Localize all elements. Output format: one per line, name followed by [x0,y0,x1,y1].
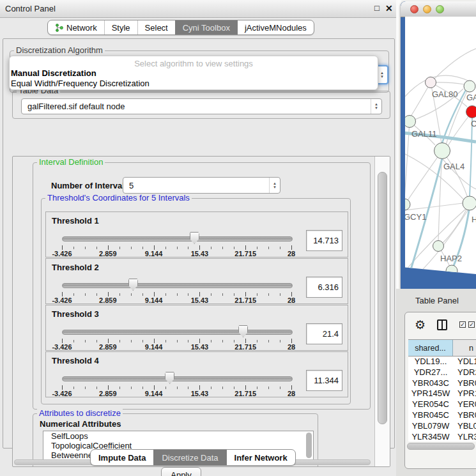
algorithm-option-manual-discretization[interactable]: Manual Discretization [11,68,96,78]
column-header-shared-name[interactable]: shared... [408,340,453,356]
slider-track[interactable] [62,330,293,335]
network-node-ga[interactable] [464,81,475,92]
slider-thumb[interactable] [190,232,199,244]
cell-shared-name[interactable]: YBL079W [408,421,453,432]
threshold-value-field[interactable]: 14.713 [306,230,342,251]
network-node-hap2[interactable] [433,241,444,252]
network-node-gal11[interactable] [405,116,416,128]
tick-mark [177,247,178,249]
mac-close-button[interactable] [410,5,418,13]
slider-track[interactable] [62,376,293,381]
combo-arrows-icon: ▲▼ [269,178,280,193]
cell-shared-name[interactable]: YDR27... [408,367,453,378]
table-row[interactable]: YDL19...YDL1 [408,357,476,367]
cell-shared-name[interactable]: YPR145W [408,388,453,399]
slider-thumb[interactable] [128,279,138,291]
mac-minimize-button[interactable] [423,5,431,13]
table-data-combobox[interactable]: galFiltered.sif default node ▲▼ [21,98,382,114]
threshold-slider[interactable]: -3.4262.8599.14415.4321.71528 [62,232,291,256]
settings-scroll-panel: Interval Definition Number of Intervals … [12,156,390,467]
cell-name[interactable]: YLR3 [453,432,476,441]
table-horizontal-scrollbar[interactable] [407,443,475,450]
slider-track[interactable] [62,283,293,288]
cell-name[interactable]: YDL1 [453,357,476,367]
table-row[interactable]: YBR043CYBR0 [408,378,476,389]
tab-infer-network[interactable]: Infer Network [226,450,295,465]
tab-style[interactable]: Style [104,20,137,35]
cell-shared-name[interactable]: YBR043C [408,378,453,389]
cell-shared-name[interactable]: YLR345W [408,432,453,441]
tick-mark [96,247,97,249]
attribute-item-selfloops[interactable]: SelfLoops [43,431,313,441]
tick-mark [177,340,178,342]
cell-name[interactable]: YDR2 [453,367,476,378]
tick-mark [199,245,200,250]
gear-icon[interactable]: ⚙ [415,318,426,332]
tick-mark [62,339,63,343]
slider-thumb[interactable] [165,372,174,384]
tab-label: Select [145,23,168,33]
tick-label: -3.426 [52,250,72,257]
cell-name[interactable]: YBR0 [453,410,476,421]
threshold-label: Threshold 4 [52,356,99,365]
tick-mark [222,293,223,296]
list-scrollbar[interactable] [306,433,312,458]
slider-ticks [62,245,291,250]
network-edge-highlighted [470,118,472,196]
table-row[interactable]: YER054CYER0 [408,399,476,410]
tab-jactivemnodules[interactable]: jActiveMNodules [237,20,314,35]
tab-impute-data[interactable]: Impute Data [91,450,153,465]
checkbox-icon[interactable]: ✓ [459,321,466,328]
network-node[interactable] [446,265,457,274]
network-node-gcy1[interactable] [405,199,410,210]
column-header-name[interactable]: n [453,340,476,356]
mac-zoom-button[interactable] [436,5,444,13]
tick-mark [245,339,246,343]
table-row[interactable]: YBR045CYBR0 [408,410,476,421]
slider-track[interactable] [62,236,293,242]
table-row[interactable]: YDR27...YDR2 [408,367,476,378]
cell-name[interactable]: YBR0 [453,378,476,389]
tab-select[interactable]: Select [137,20,175,35]
split-columns-icon[interactable] [437,319,447,330]
tick-mark [165,387,166,389]
tick-mark [234,340,234,342]
network-node-gal80[interactable] [426,77,436,88]
threshold-slider[interactable]: -3.4262.8599.14415.4321.71528 [62,372,291,396]
cell-shared-name[interactable]: YBR045C [408,410,453,421]
threshold-value-field[interactable]: 6.316 [306,277,342,298]
cell-shared-name[interactable]: YER054C [408,399,453,410]
tick-mark [96,387,97,389]
threshold-slider[interactable]: -3.4262.8599.14415.4321.71528 [62,279,291,303]
tab-network[interactable]: Network [48,20,104,35]
apply-button[interactable]: Apply [161,467,201,476]
number-of-intervals-combobox[interactable]: 5 ▲▼ [123,177,280,194]
checkbox-icon[interactable]: ✓ [468,321,475,328]
network-node-gal4[interactable] [434,143,450,159]
network-canvas[interactable]: GAL80GACGAL11GAL4GCY1HHAP2 [405,17,476,274]
threshold-value-field[interactable]: 21.4 [306,323,342,344]
threshold-value-field[interactable]: 11.344 [306,370,342,391]
threshold-slider[interactable]: -3.4262.8599.14415.4321.71528 [62,325,291,349]
network-node-c[interactable] [466,106,476,118]
tab-discretize-data[interactable]: Discretize Data [153,450,226,465]
table-row[interactable]: YBL079WYBL0 [408,421,476,432]
cell-shared-name[interactable]: YDL19... [408,357,453,367]
tab-cyni-toolbox[interactable]: Cyni Toolbox [175,20,237,35]
control-panel-title: Control Panel [5,4,56,13]
table-row[interactable]: YPR145WYPR1 [408,388,476,399]
scrollbar-thumb[interactable] [378,172,387,424]
table-row[interactable]: YLR345WYLR3 [408,432,476,441]
tick-label: 9.144 [145,343,163,351]
threshold-label: Threshold 1 [52,216,99,226]
cell-name[interactable]: YPR1 [453,388,476,399]
cell-name[interactable]: YER0 [453,399,476,410]
close-panel-icon[interactable]: ✕ [385,3,393,13]
cell-name[interactable]: YBL0 [453,421,476,432]
float-window-icon[interactable]: □ [374,3,380,13]
algorithm-option-equal-width-frequency-discretization[interactable]: Equal Width/Frequency Discretization [11,79,150,88]
slider-thumb[interactable] [238,325,248,337]
tick-mark [222,340,223,342]
network-node-h[interactable] [463,196,476,210]
vertical-scrollbar[interactable] [374,157,390,466]
